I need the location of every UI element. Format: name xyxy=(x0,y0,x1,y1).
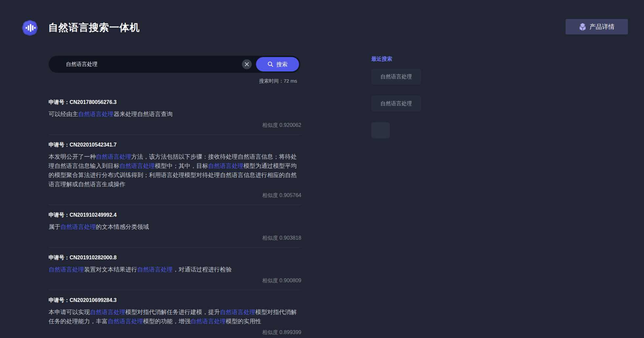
result-application-no: 申请号：CN202010699284.3 xyxy=(49,297,301,304)
highlight-term: 自然语言处理 xyxy=(60,224,96,230)
highlight-term: 自然语言处理 xyxy=(220,309,255,315)
app-logo voice-wave-icon xyxy=(20,18,39,37)
snippet-text: 模型的功能，增强 xyxy=(143,318,190,325)
result-item: 申请号：CN201780056276.3 可以经由主自然语言处理器来处理自然语言… xyxy=(49,92,301,135)
search-time: 搜索时间：72 ms xyxy=(49,78,297,84)
application-no-value: CN201910282000.8 xyxy=(70,255,117,260)
app: 自然语言搜索一体机 产品详情 xyxy=(0,0,644,338)
snippet-text: 的文本情感分类领域 xyxy=(96,224,149,230)
highlight-term: 自然语言处理 xyxy=(208,163,244,169)
recent-search-chip[interactable] xyxy=(371,122,390,138)
highlight-term: 自然语言处理 xyxy=(119,163,155,169)
highlight-term: 自然语言处理 xyxy=(137,266,173,273)
application-no-value: CN201910249992.4 xyxy=(70,212,117,218)
page-title: 自然语言搜索一体机 xyxy=(48,21,140,34)
result-snippet: 本发明公开了一种自然语言处理方法，该方法包括以下步骤：接收待处理自然语言信息；将… xyxy=(49,152,301,189)
cube-icon xyxy=(579,23,586,31)
search-icon xyxy=(268,61,273,67)
result-item: 申请号：CN202010542341.7 本发明公开了一种自然语言处理方法，该方… xyxy=(49,135,301,205)
snippet-text: 本发明公开了一种 xyxy=(49,153,96,160)
snippet-text: 装置对文本结果进行 xyxy=(84,266,137,273)
search-input[interactable] xyxy=(49,61,242,67)
snippet-text: 模型中；其中，目标 xyxy=(155,163,208,169)
highlight-term: 自然语言处理 xyxy=(96,153,131,160)
application-no-prefix: 申请号： xyxy=(49,297,70,303)
result-application-no: 申请号：CN201780056276.3 xyxy=(49,99,301,106)
snippet-text: 器来处理自然语言查询 xyxy=(114,111,173,117)
result-item: 申请号：CN202010699284.3 本申请可以实现自然语言处理模型对指代消… xyxy=(49,290,301,338)
snippet-text: 属于 xyxy=(49,224,60,230)
snippet-text: 模型的实用性 xyxy=(226,318,261,325)
result-item: 申请号：CN201910249992.4 属于自然语言处理的文本情感分类领域 相… xyxy=(49,205,301,248)
similarity-score: 相似度 0.905764 xyxy=(49,192,301,199)
application-no-prefix: 申请号： xyxy=(49,212,70,218)
snippet-text: 本申请可以实现 xyxy=(49,309,90,315)
results-list: 申请号：CN201780056276.3 可以经由主自然语言处理器来处理自然语言… xyxy=(49,92,301,338)
highlight-term: 自然语言处理 xyxy=(90,309,125,315)
result-application-no: 申请号：CN202010542341.7 xyxy=(49,142,301,149)
highlight-term: 自然语言处理 xyxy=(190,318,226,325)
result-snippet: 本申请可以实现自然语言处理模型对指代消解任务进行建模，提升自然语言处理模型对指代… xyxy=(49,308,301,326)
application-no-prefix: 申请号： xyxy=(49,99,70,105)
search-button[interactable]: 搜索 xyxy=(256,57,299,71)
recent-searches-panel: 最近搜索 自然语言处理自然语言处理 xyxy=(371,56,450,149)
product-details-label: 产品详情 xyxy=(590,23,614,31)
search-bar: 搜索 xyxy=(49,56,300,73)
result-snippet: 属于自然语言处理的文本情感分类领域 xyxy=(49,222,301,231)
application-no-value: CN202010699284.3 xyxy=(70,297,117,303)
similarity-score: 相似度 0.899399 xyxy=(49,329,301,336)
application-no-value: CN202010542341.7 xyxy=(70,142,117,148)
clear-icon[interactable] xyxy=(242,59,252,69)
product-details-button[interactable]: 产品详情 xyxy=(566,19,628,34)
recent-searches-title: 最近搜索 xyxy=(371,56,450,63)
result-item: 申请号：CN201910282000.8 自然语言处理装置对文本结果进行自然语言… xyxy=(49,248,301,290)
application-no-value: CN201780056276.3 xyxy=(70,99,117,105)
similarity-score: 相似度 0.900809 xyxy=(49,277,301,284)
application-no-prefix: 申请号： xyxy=(49,255,70,260)
result-snippet: 可以经由主自然语言处理器来处理自然语言查询 xyxy=(49,109,301,119)
result-application-no: 申请号：CN201910249992.4 xyxy=(49,212,301,219)
result-application-no: 申请号：CN201910282000.8 xyxy=(49,254,301,261)
application-no-prefix: 申请号： xyxy=(49,142,70,148)
recent-searches-list: 自然语言处理自然语言处理 xyxy=(371,69,450,138)
snippet-text: 模型对指代消解任务进行建模，提升 xyxy=(125,309,220,315)
snippet-text: 可以经由主 xyxy=(49,111,78,117)
highlight-term: 自然语言处理 xyxy=(108,318,143,325)
recent-search-chip[interactable]: 自然语言处理 xyxy=(371,69,421,85)
result-snippet: 自然语言处理装置对文本结果进行自然语言处理，对通话过程进行检验 xyxy=(49,265,301,274)
snippet-text: ，对通话过程进行检验 xyxy=(173,266,232,273)
search-button-label: 搜索 xyxy=(276,61,288,68)
similarity-score: 相似度 0.920062 xyxy=(49,122,301,129)
highlight-term: 自然语言处理 xyxy=(49,266,84,273)
highlight-term: 自然语言处理 xyxy=(78,111,114,117)
similarity-score: 相似度 0.903818 xyxy=(49,235,301,242)
recent-search-chip[interactable]: 自然语言处理 xyxy=(371,95,421,111)
